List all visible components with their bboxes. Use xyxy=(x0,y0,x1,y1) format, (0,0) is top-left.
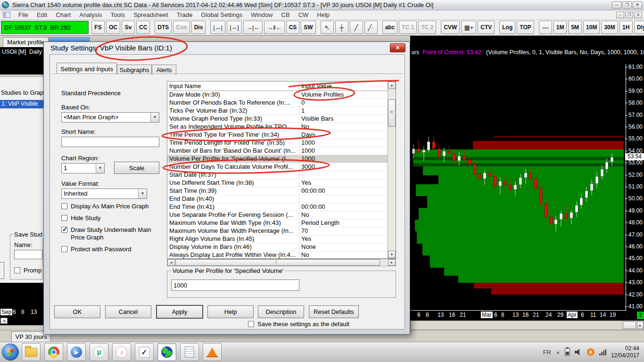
table-row[interactable]: Set as Independent Volume Profile for TP… xyxy=(167,123,388,131)
table-row[interactable]: Maximum Volume Bar Width Type (In:43)Per… xyxy=(167,219,388,227)
description-button[interactable]: Description xyxy=(258,305,304,318)
toolbar-ctv[interactable]: CTV xyxy=(478,21,495,34)
save-study-name-input[interactable] xyxy=(14,250,42,259)
toolbar-sw[interactable]: SW xyxy=(301,21,315,34)
menu-tools[interactable]: Tools xyxy=(107,10,129,19)
menu-analysis[interactable]: Analysis xyxy=(75,10,106,19)
compress-bars-icon[interactable]: →|← xyxy=(243,21,263,34)
based-on-dropdown[interactable]: <Main Price Graph> ▼ xyxy=(61,112,159,123)
table-row[interactable]: Volume Per Profile for 'Specified Volume… xyxy=(167,155,388,163)
scrollbar-thumb[interactable] xyxy=(623,321,636,329)
taskbar-verify[interactable] xyxy=(135,343,154,361)
scroll-up-arrow[interactable]: ▲ xyxy=(388,82,396,89)
taskbar-sierra-chart[interactable] xyxy=(157,343,176,361)
menu-global-settings[interactable]: Global Settings xyxy=(197,10,247,19)
tab-market-profile[interactable]: Market profile xyxy=(3,37,49,47)
taskbar-explorer[interactable] xyxy=(22,343,41,361)
toolbar-sv[interactable]: Sv xyxy=(122,21,135,34)
table-horizontal-scrollbar[interactable]: ◄ ► xyxy=(167,259,396,266)
save-as-default-checkbox-row[interactable]: Save these settings as the default xyxy=(248,321,349,328)
chart-horizontal-scrollbar[interactable]: ► xyxy=(410,321,644,330)
selected-study-item[interactable]: 1: VbP Visible xyxy=(0,100,43,108)
prompt-checkbox-row[interactable]: Promp xyxy=(14,267,41,274)
child-close-button[interactable]: ✕ xyxy=(634,12,642,18)
toolbar-10m[interactable]: 10M xyxy=(583,21,600,34)
price-chart[interactable]: ars Point of Control: 53.42 (Volume Prof… xyxy=(410,36,644,321)
reset-defaults-button[interactable]: Reset Defaults xyxy=(309,305,359,318)
horizontal-line-icon[interactable]: — xyxy=(539,21,552,34)
taskbar-notes[interactable] xyxy=(180,343,199,361)
child-minimize-button[interactable]: ─ xyxy=(616,12,624,18)
language-indicator[interactable]: FR xyxy=(543,349,551,356)
pointer-tool-icon[interactable]: ↖ xyxy=(321,21,334,34)
taskbar-utorrent[interactable] xyxy=(90,343,108,361)
value-format-dropdown[interactable]: Inherited ▼ xyxy=(61,189,147,199)
menu-spreadsheet[interactable]: Spreadsheet xyxy=(129,10,173,19)
table-row[interactable]: Use Separate Profile For Evening Session… xyxy=(167,211,388,219)
tab-alerts[interactable]: Alerts xyxy=(152,65,176,74)
dialog-close-button[interactable]: ✕ xyxy=(390,43,405,52)
column-header-input-value[interactable]: Input Value xyxy=(299,82,396,90)
chart-region-dropdown[interactable]: 1 ▼ xyxy=(61,163,105,173)
clock[interactable]: 02:44 12/04/2017 xyxy=(611,345,639,359)
checkbox-display-as-main-price-graph[interactable]: Display As Main Price Graph xyxy=(61,203,160,210)
toolbar-cvw[interactable]: CVW xyxy=(441,21,460,34)
help-button[interactable]: Help xyxy=(207,305,254,318)
taskbar-itunes[interactable] xyxy=(112,343,131,361)
menu-help[interactable]: Help xyxy=(313,10,334,19)
avast-icon[interactable]: a xyxy=(587,348,594,356)
scrollbar-right-arrow[interactable]: ► xyxy=(637,321,644,329)
menu-trade[interactable]: Trade xyxy=(173,10,197,19)
tab-settings-and-inputs[interactable]: Settings and Inputs xyxy=(57,63,117,74)
chevron-down-icon[interactable]: ▼ xyxy=(96,164,104,173)
table-row[interactable]: Use Different Start Time (In:38)Yes xyxy=(167,179,388,187)
mini-scroll-left-button[interactable]: ◄ xyxy=(0,318,8,324)
toolbar-dts[interactable]: DTS xyxy=(155,21,172,34)
checkbox-protect-with-password[interactable]: Protect with Password xyxy=(61,246,160,253)
table-row[interactable]: Ticks Per Volume Bar (In:32)1 xyxy=(167,107,388,115)
minimize-button[interactable]: ─ xyxy=(612,1,621,8)
ok-button[interactable]: OK xyxy=(54,305,100,318)
scale-button[interactable]: Scale xyxy=(114,162,159,174)
table-row[interactable]: Always Display Last Profile Within View … xyxy=(167,251,388,259)
start-button[interactable] xyxy=(2,344,19,361)
battery-icon[interactable] xyxy=(565,348,570,356)
toolbar-30m[interactable]: 30M xyxy=(601,21,618,34)
tray-expand-icon[interactable]: ▲ xyxy=(556,350,560,354)
table-row[interactable]: End Time (In:41)00:00:00 xyxy=(167,203,388,211)
speaker-icon[interactable] xyxy=(575,349,582,355)
table-row[interactable]: Number Of Periods Back To Reference (In:… xyxy=(167,99,388,107)
menu-cb[interactable]: CB xyxy=(277,10,294,19)
scrollbar-thumb[interactable] xyxy=(175,259,380,266)
cancel-button[interactable]: Cancel xyxy=(105,305,151,318)
scroll-left-arrow[interactable]: ◄ xyxy=(167,259,175,266)
checkbox-draw-study-underneath-main-price-graph[interactable]: Draw Study Underneath Main Price Graph xyxy=(61,226,160,241)
table-row[interactable]: Start Date (In:37) xyxy=(167,171,388,179)
table-row[interactable]: Display Volume in Bars (In:46)None xyxy=(167,243,388,251)
toolbar-1h[interactable]: 1H xyxy=(619,21,633,34)
trade-window-icon[interactable]: ▦+ xyxy=(461,21,476,34)
restore-button[interactable]: ❐ xyxy=(622,1,632,8)
table-row[interactable]: Number Of Days To Calculate Volume Profi… xyxy=(167,163,388,171)
taskbar-chrome[interactable] xyxy=(44,343,63,361)
volume-per-profile-input[interactable] xyxy=(171,280,299,291)
toolbar-oc[interactable]: OC xyxy=(106,21,120,34)
column-header-input-name[interactable]: Input Name xyxy=(167,82,299,90)
scrollbar-thumb[interactable] xyxy=(388,99,396,127)
taskbar-media-player[interactable] xyxy=(67,343,86,361)
apply-button[interactable]: Apply xyxy=(157,305,203,318)
table-row[interactable]: Volume Graph Period Type (In:33)Visible … xyxy=(167,115,388,123)
crosshair-line-tool-icon[interactable]: ┼ xyxy=(335,21,348,34)
price-axis[interactable] xyxy=(626,64,626,311)
menu-edit[interactable]: Edit xyxy=(33,10,51,19)
compress-bars-alt-icon[interactable]: →‖← xyxy=(264,21,284,34)
menu-cw[interactable]: CW xyxy=(294,10,313,19)
table-row[interactable]: Draw Mode (In:30)Volume Profiles xyxy=(167,91,388,99)
scroll-down-arrow[interactable]: ▼ xyxy=(388,251,396,258)
line-tool-icon[interactable]: ╱ xyxy=(350,21,363,34)
table-row[interactable]: Start Time (In:39)00:00:00 xyxy=(167,187,388,195)
tab-subgraphs[interactable]: Subgraphs xyxy=(117,65,152,74)
table-row[interactable]: Number of Bars for 'Based On Bar Count' … xyxy=(167,147,388,155)
decrease-bar-spacing-icon[interactable]: |⇔| xyxy=(227,21,242,34)
toolbar-log[interactable]: Log xyxy=(499,21,515,34)
